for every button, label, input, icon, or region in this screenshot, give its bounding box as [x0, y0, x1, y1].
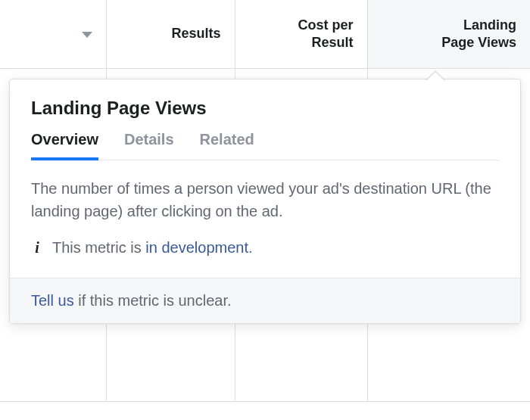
tab-overview[interactable]: Overview: [31, 131, 98, 160]
column-header-label: Cost per: [236, 17, 354, 34]
column-header-landing-page-views[interactable]: Landing Page Views: [367, 0, 530, 68]
column-sort-dropdown[interactable]: [0, 0, 106, 68]
metric-description: The number of times a person viewed your…: [31, 177, 499, 222]
chevron-down-icon: [82, 32, 92, 38]
column-header-label: Results: [171, 26, 220, 41]
popover-footer: Tell us if this metric is unclear.: [10, 278, 520, 323]
column-header-label: Result: [236, 34, 354, 51]
tab-related[interactable]: Related: [200, 131, 254, 160]
column-header-results[interactable]: Results: [106, 0, 235, 68]
note-prefix: This metric is: [52, 239, 145, 256]
column-header-label: Page Views: [369, 34, 517, 51]
note-suffix: .: [248, 239, 253, 256]
table-header-row: Results Cost per Result Landing Page Vie…: [0, 0, 530, 68]
in-development-link[interactable]: in development: [145, 239, 248, 256]
tab-details[interactable]: Details: [124, 131, 174, 160]
info-icon: i: [31, 239, 43, 257]
column-header-label: Landing: [369, 17, 517, 34]
popover-arrow-icon: [426, 72, 444, 81]
metric-status-note: i This metric is in development.: [31, 239, 499, 257]
note-text: This metric is in development.: [52, 239, 253, 257]
metric-tooltip-popover: Landing Page Views Overview Details Rela…: [9, 79, 521, 324]
tell-us-link[interactable]: Tell us: [31, 292, 74, 309]
popover-tabs: Overview Details Related: [31, 131, 499, 160]
footer-text: if this metric is unclear.: [74, 292, 232, 309]
column-header-cost-per-result[interactable]: Cost per Result: [235, 0, 367, 68]
popover-title: Landing Page Views: [31, 98, 499, 119]
